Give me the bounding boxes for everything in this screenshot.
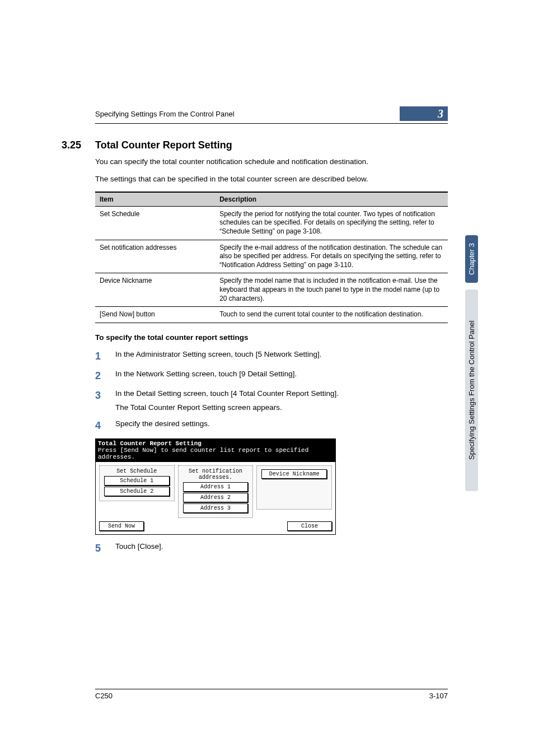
- address-1-button[interactable]: Address 1: [183, 482, 249, 492]
- table-cell-item: [Send Now] button: [95, 307, 215, 323]
- step-number: 3: [95, 389, 104, 413]
- chapter-badge: 3: [400, 106, 448, 121]
- schedule-2-button[interactable]: Schedule 2: [104, 487, 170, 496]
- panel-screenshot: Total Counter Report Setting Press [Send…: [95, 438, 336, 535]
- table-cell-item: Set Schedule: [95, 206, 215, 240]
- step-5: 5 Touch [Close].: [95, 542, 448, 556]
- table-row: Set notification addresses Specify the e…: [95, 240, 448, 273]
- side-tab-section: Specifying Settings From the Control Pan…: [465, 290, 478, 491]
- step-number: 4: [95, 419, 104, 433]
- table-header-description: Description: [215, 192, 448, 207]
- close-button[interactable]: Close: [287, 521, 332, 531]
- set-schedule-group: Set Schedule Schedule 1 Schedule 2: [99, 465, 175, 501]
- table-row: [Send Now] button Touch to send the curr…: [95, 307, 448, 323]
- table-cell-desc: Specify the period for notifying the tot…: [215, 206, 448, 240]
- set-notification-group: Set notification addresses. Address 1 Ad…: [178, 465, 254, 518]
- step-subtext: The Total Counter Report Setting screen …: [115, 403, 448, 413]
- schedule-1-button[interactable]: Schedule 1: [104, 476, 170, 486]
- table-cell-desc: Touch to send the current total counter …: [215, 307, 448, 323]
- running-head: Specifying Settings From the Control Pan…: [95, 106, 448, 124]
- step-4: 4 Specify the desired settings.: [95, 419, 448, 433]
- section-heading: Total Counter Report Setting: [95, 139, 232, 151]
- intro-paragraph-1: You can specify the total counter notifi…: [95, 157, 448, 167]
- step-text: Specify the desired settings.: [115, 419, 448, 433]
- panel-subtitle: Press [Send Now] to send counter list re…: [96, 447, 335, 462]
- step-number: 1: [95, 349, 104, 363]
- table-row: Device Nickname Specify the model name t…: [95, 273, 448, 307]
- send-now-button[interactable]: Send Now: [99, 521, 144, 531]
- table-cell-item: Device Nickname: [95, 273, 215, 307]
- device-nickname-button[interactable]: Device Nickname: [261, 469, 327, 479]
- table-cell-desc: Specify the model name that is included …: [215, 273, 448, 307]
- step-text: In the Detail Setting screen, touch [4 T…: [115, 389, 448, 399]
- panel-title: Total Counter Report Setting: [96, 439, 335, 447]
- procedure-subhead: To specify the total counter report sett…: [95, 333, 448, 342]
- address-3-button[interactable]: Address 3: [183, 503, 249, 513]
- step-2: 2 In the Network Setting screen, touch […: [95, 369, 448, 383]
- set-notification-label: Set notification addresses.: [181, 468, 251, 480]
- step-3: 3 In the Detail Setting screen, touch [4…: [95, 389, 448, 413]
- footer-right: 3-107: [429, 692, 448, 700]
- chapter-number: 3: [438, 108, 443, 120]
- section-number: 3.25: [62, 139, 86, 151]
- intro-paragraph-2: The settings that can be specified in th…: [95, 174, 448, 185]
- step-1: 1 In the Administrator Setting screen, t…: [95, 349, 448, 363]
- footer-left: C250: [95, 692, 113, 700]
- step-text: In the Network Setting screen, touch [9 …: [115, 369, 448, 383]
- settings-table: Item Description Set Schedule Specify th…: [95, 192, 448, 323]
- side-tab-chapter: Chapter 3: [465, 235, 478, 283]
- page-footer: C250 3-107: [95, 689, 448, 700]
- table-header-item: Item: [95, 192, 215, 207]
- table-cell-item: Set notification addresses: [95, 240, 215, 273]
- table-cell-desc: Specify the e-mail address of the notifi…: [215, 240, 448, 273]
- running-head-text: Specifying Settings From the Control Pan…: [95, 110, 235, 118]
- step-text: In the Administrator Setting screen, tou…: [115, 349, 448, 363]
- step-number: 2: [95, 369, 104, 383]
- side-tabs: Chapter 3 Specifying Settings From the C…: [465, 235, 478, 491]
- step-text: Touch [Close].: [115, 542, 448, 556]
- section-title-row: 3.25 Total Counter Report Setting: [62, 139, 448, 151]
- address-2-button[interactable]: Address 2: [183, 493, 249, 502]
- device-nickname-group: Device Nickname: [256, 465, 332, 510]
- set-schedule-label: Set Schedule: [102, 468, 172, 474]
- table-row: Set Schedule Specify the period for noti…: [95, 206, 448, 240]
- step-number: 5: [95, 542, 104, 556]
